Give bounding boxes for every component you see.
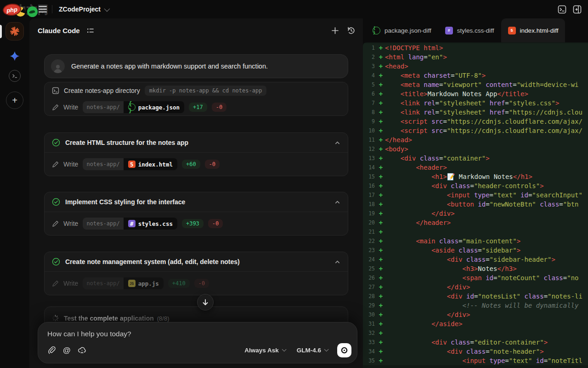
diff-line: 5+ <meta name="viewport" content="width=… <box>363 80 588 89</box>
diff-line: 1+<!DOCTYPE html> <box>363 43 588 52</box>
write-label: Write <box>63 161 78 168</box>
left-rail: + <box>0 18 29 368</box>
diff-line: 15+ <h1>📝 Markdown Notes</h1> <box>363 172 588 181</box>
file-name: package.json <box>138 104 180 111</box>
new-session-button[interactable]: + <box>6 92 23 109</box>
lines-added-badge: +410 <box>168 279 190 288</box>
file-path: notes-app/ <box>83 277 123 289</box>
tab-bar: { } package.json-diff # styles.css-diff … <box>363 18 588 42</box>
diff-line: 8+ <link rel="stylesheet" href="https://… <box>363 108 588 117</box>
sidebar-item-claude-code[interactable] <box>6 22 24 40</box>
file-chip-styles-css[interactable]: notes-app/ # styles.css <box>83 218 177 230</box>
task-card-js: Create note management system (add, edit… <box>44 252 348 295</box>
diff-line: 7+ <link rel="stylesheet" href="styles.c… <box>363 98 588 108</box>
chat-input-box[interactable]: How can I help you today? @ Always Ask G… <box>38 322 357 363</box>
write-row-styles-css: Write notes-app/ # styles.css +393 -0 <box>45 212 348 235</box>
scroll-to-bottom-button[interactable] <box>197 294 214 310</box>
diff-line: 26+ <span id="noteCount" class="no <box>363 273 588 282</box>
permission-mode-select[interactable]: Always Ask <box>244 347 285 354</box>
write-label: Write <box>63 220 78 227</box>
menu-icon[interactable] <box>39 6 47 12</box>
diff-line: 14+ <header> <box>363 163 588 172</box>
css-file-icon: # <box>128 220 136 227</box>
lines-removed-badge: -0 <box>212 103 226 112</box>
pencil-icon <box>52 280 59 287</box>
tab-package-json-diff[interactable]: { } package.json-diff <box>366 18 438 42</box>
diff-line: 17+ <input type="text" id="searchInput" <box>363 190 588 200</box>
sidebar-item-terminal[interactable] <box>9 70 21 82</box>
write-row-index-html: Write notes-app/ 5 index.html +60 -0 <box>45 153 348 176</box>
lines-removed-badge: -0 <box>208 219 223 228</box>
diff-line: 6+ <title>Markdown Notes App</title> <box>363 89 588 98</box>
html-file-icon: 5 <box>128 161 136 168</box>
titlebar: 中文网 php ZCodeProject <box>0 0 588 18</box>
chat-input-placeholder[interactable]: How can I help you today? <box>47 330 350 338</box>
task-card-html: Create HTML structure for the notes app … <box>44 132 348 176</box>
file-chip-index-html[interactable]: notes-app/ 5 index.html <box>83 158 177 170</box>
permission-mode-value: Always Ask <box>244 347 279 354</box>
project-name: ZCodeProject <box>59 6 101 13</box>
tab-label: styles.css-diff <box>457 27 494 34</box>
attach-file-icon[interactable] <box>47 346 56 355</box>
tab-index-html-diff[interactable]: 5 index.html-diff <box>501 18 565 42</box>
watermark: 中文网 php <box>2 1 57 17</box>
diff-line: 27+ </div> <box>363 282 588 292</box>
lines-added-badge: +60 <box>182 160 200 169</box>
file-chip-package-json[interactable]: notes-app/ { } package.json <box>83 101 184 113</box>
send-record-button[interactable] <box>337 343 351 357</box>
spinner-icon <box>52 315 59 322</box>
agent-tools-icon[interactable] <box>78 346 86 355</box>
pencil-icon <box>52 104 59 111</box>
diff-line: 18+ <button id="newNoteBtn" class="btn <box>363 200 588 209</box>
check-circle-icon <box>52 198 60 206</box>
chevron-up-icon[interactable] <box>334 199 340 205</box>
diff-line: 10+ <script src="https://cdnjs.cloudflar… <box>363 126 588 135</box>
diff-line: 30+ </div> <box>363 310 588 319</box>
file-name: styles.css <box>138 220 173 227</box>
task-card-header[interactable]: Create note management system (add, edit… <box>45 252 348 271</box>
chat-panel: Claude Code <box>29 18 363 368</box>
sidebar-item-gemini[interactable] <box>7 48 23 64</box>
task-card-header[interactable]: Implement CSS styling for the interface <box>45 192 348 212</box>
task-card-css: Implement CSS styling for the interface … <box>44 192 348 236</box>
write-row-package-json: Write notes-app/ { } package.json +17 -0 <box>45 99 348 115</box>
user-message-text: Generate a notes app with markdown suppo… <box>71 63 268 70</box>
file-chip-app-js[interactable]: notes-app/ JS app.js <box>83 277 163 289</box>
model-select[interactable]: GLM-4.6 <box>297 347 327 354</box>
json-file-icon: { } <box>128 104 136 111</box>
chevron-up-icon[interactable] <box>334 259 340 265</box>
command-chip: mkdir -p notes-app && cd notes-app <box>145 86 267 96</box>
diff-line: 11+</head> <box>363 135 588 144</box>
terminal-icon[interactable] <box>558 5 566 14</box>
diff-line: 24+ <div class="sidebar-header"> <box>363 255 588 264</box>
diff-line: 28+ <div id="notesList" class="notes-li <box>363 292 588 301</box>
chat-title: Claude Code <box>38 27 80 34</box>
project-selector[interactable]: ZCodeProject <box>59 0 108 18</box>
diff-line: 21+ <box>363 227 588 236</box>
record-icon <box>340 346 348 354</box>
step-row-mkdir: Create notes-app directory mkdir -p note… <box>45 82 348 99</box>
arrow-down-icon <box>202 299 209 306</box>
task-card-header[interactable]: Create HTML structure for the notes app <box>45 133 348 152</box>
file-name: app.js <box>138 280 159 287</box>
new-chat-icon[interactable] <box>331 26 339 35</box>
diff-line: 31+ </aside> <box>363 319 588 328</box>
chevron-down-icon <box>104 6 110 12</box>
lines-added-badge: +17 <box>189 103 207 112</box>
js-file-icon: JS <box>128 280 136 287</box>
file-name: index.html <box>138 161 173 168</box>
task-list-icon[interactable] <box>86 27 94 34</box>
history-icon[interactable] <box>347 26 356 35</box>
css-file-icon: # <box>445 27 453 34</box>
diff-line: 2+<html lang="en"> <box>363 52 588 62</box>
watermark-green-icon <box>27 6 38 17</box>
html-file-icon: 5 <box>508 27 516 34</box>
task-card-setup: Create notes-app directory mkdir -p note… <box>44 82 348 116</box>
diff-line: 16+ <div class="header-controls"> <box>363 181 588 190</box>
chevron-up-icon[interactable] <box>334 140 340 146</box>
chevron-down-icon <box>324 347 329 351</box>
diff-line: 25+ <h3>Notes</h3> <box>363 264 588 273</box>
mention-icon[interactable]: @ <box>63 346 71 355</box>
panel-right-icon[interactable] <box>573 5 582 14</box>
tab-styles-css-diff[interactable]: # styles.css-diff <box>438 18 501 42</box>
